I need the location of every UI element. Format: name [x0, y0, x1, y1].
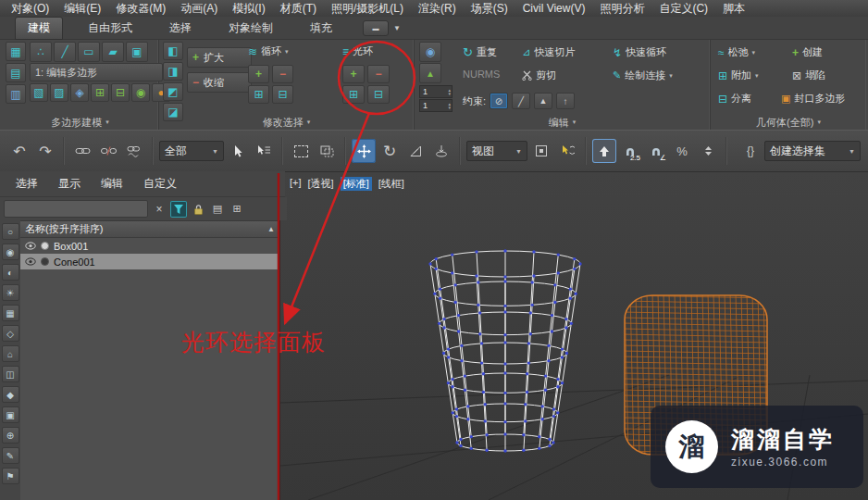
cap-poly-button[interactable]: ▣ 封口多边形 — [781, 92, 845, 106]
relax-button[interactable]: ≈ 松弛 ▾ — [718, 45, 755, 59]
show-cage-icon[interactable]: ⊞ — [91, 83, 109, 102]
undo-button[interactable]: ↶ — [7, 139, 31, 163]
select-and-scale-button[interactable] — [403, 139, 428, 163]
eye-icon[interactable] — [25, 242, 36, 250]
menu-item-animation[interactable]: 动画(A) — [173, 1, 225, 17]
loop-mode-minus-button[interactable]: ⊟ — [272, 85, 293, 104]
quick-slice-button[interactable]: ⊿ 快速切片 — [522, 45, 575, 59]
menu-item-customize[interactable]: 自定义(C) — [651, 1, 715, 17]
element-subobject-button[interactable]: ▣ — [126, 42, 148, 62]
bind-to-space-warp-button[interactable] — [122, 139, 146, 163]
vertex-subobject-button[interactable]: ∴ — [30, 42, 52, 62]
named-selection-sets-dropdown[interactable]: 创建选择集 ▼ — [764, 141, 861, 161]
tessellate-iterations-spinner[interactable]: 1 ▴ ▾ — [419, 99, 453, 112]
constraint-none-button[interactable]: ⊘ — [490, 93, 508, 109]
explorer-filter-icon[interactable]: ⌂ — [2, 345, 19, 362]
columns-button[interactable]: ⊞ — [229, 201, 245, 218]
keyboard-override-toggle[interactable] — [592, 139, 616, 163]
constraint-edge-button[interactable]: ╱ — [512, 93, 530, 109]
soft-selection-icon[interactable]: ◉ — [131, 83, 150, 102]
explorer-filter-icon[interactable]: ▣ — [2, 406, 19, 423]
tweak-icon[interactable]: ◈ — [70, 83, 89, 102]
tab-object-paint[interactable]: 对象绘制 — [217, 18, 285, 39]
loop-mode-plus-button[interactable]: ⊞ — [248, 85, 269, 104]
polygon-subobject-button[interactable]: ▰ — [102, 42, 124, 62]
viewport[interactable]: [+] [透视] [标准] [线框] 溜 溜溜自学 zixue.3066.com — [279, 171, 868, 500]
grow-selection-button[interactable]: + 扩大 — [187, 47, 252, 68]
selection-filter-dropdown[interactable]: 全部 ▼ — [159, 141, 224, 161]
menu-item-lighting-analysis[interactable]: 照明分析 — [592, 1, 651, 17]
explorer-filter-icon[interactable]: ☀ — [2, 284, 19, 301]
scene-object-row-selected[interactable]: Cone001 — [20, 254, 279, 269]
edit-poly-mode-dropdown[interactable]: 1: 编辑多边形 — [30, 63, 163, 81]
swift-loop-button[interactable]: ↯ 快速循环 — [613, 45, 666, 59]
attach-button[interactable]: ⊞ 附加 ▾ — [718, 69, 759, 82]
menu-item-simulate[interactable]: 模拟(I) — [225, 1, 272, 17]
menu-item-modifiers[interactable]: 修改器(M) — [108, 1, 173, 17]
viewport-standard-label[interactable]: [标准] — [341, 177, 372, 191]
detach-button[interactable]: ⊟ 分离 — [718, 92, 751, 106]
edit-named-sets-button[interactable]: {} — [738, 139, 763, 163]
explorer-filter-icon[interactable]: ◫ — [2, 366, 19, 382]
create-button[interactable]: + 创建 — [792, 45, 823, 59]
grow-ring-button[interactable]: + — [342, 65, 365, 83]
use-pivot-center-button[interactable] — [529, 139, 553, 163]
select-and-link-button[interactable] — [70, 139, 94, 163]
nurms-toggle[interactable]: NURMS — [463, 69, 500, 80]
window-crossing-toggle[interactable] — [315, 139, 339, 163]
viewport-pov-label[interactable]: [透视] — [308, 177, 334, 191]
spinner-arrows-icon[interactable]: ▴ ▾ — [448, 88, 451, 95]
repeat-button[interactable]: ↻ 重复 — [463, 45, 497, 59]
select-by-name-button[interactable] — [252, 139, 276, 163]
explorer-menu-customize[interactable]: 自定义 — [133, 174, 187, 194]
convert-to-border-icon[interactable]: ◩ — [163, 82, 183, 101]
angle-snap-toggle[interactable]: ∠ — [644, 139, 668, 163]
select-object-button[interactable] — [226, 139, 250, 163]
select-and-manipulate-button[interactable] — [555, 139, 579, 163]
sort-header[interactable]: 名称(按升序排序) ▲ — [20, 221, 279, 238]
shrink-loop-button[interactable]: − — [272, 65, 293, 83]
pin-stack-icon[interactable]: ▤ — [6, 63, 26, 82]
snaps-toggle-button[interactable]: 2.5 — [618, 139, 642, 163]
search-input[interactable] — [4, 200, 148, 218]
cut-button[interactable]: 剪切 — [522, 69, 556, 82]
paint-connect-button[interactable]: ✎ 绘制连接 ▾ — [613, 69, 673, 82]
shrink-selection-button[interactable]: − 收缩 — [187, 72, 252, 93]
select-and-move-button[interactable] — [352, 139, 376, 163]
explorer-filter-icon[interactable]: ◐ — [2, 264, 19, 281]
menu-item-scripting[interactable]: 脚本 — [715, 1, 752, 17]
tessellate-button[interactable]: ▲ — [419, 63, 441, 83]
spin-down-icon[interactable]: ▾ — [448, 106, 451, 109]
viewport-shading-label[interactable]: [线框] — [378, 177, 404, 191]
rectangular-selection-region-button[interactable] — [289, 139, 313, 163]
explorer-filter-icon[interactable]: ✎ — [2, 447, 19, 464]
lock-button[interactable] — [190, 201, 206, 218]
menu-item-scene[interactable]: 场景(S) — [464, 1, 515, 17]
menu-item-civil-view[interactable]: Civil View(V) — [515, 2, 593, 15]
panel-label-edit[interactable]: 编辑 ▾ — [415, 116, 710, 129]
tab-freeform[interactable]: 自由形式 — [76, 18, 144, 39]
redo-button[interactable]: ↷ — [33, 139, 57, 163]
explorer-menu-edit[interactable]: 编辑 — [91, 174, 133, 194]
convert-to-vertex-icon[interactable]: ◧ — [163, 42, 183, 60]
preserve-uvs-icon[interactable]: ▨ — [50, 83, 68, 102]
spin-down-icon[interactable]: ▾ — [448, 92, 451, 95]
select-and-place-button[interactable] — [429, 139, 453, 163]
constraint-normal-button[interactable]: ↑ — [556, 93, 575, 109]
menu-item-materials[interactable]: 材质(T) — [273, 1, 324, 17]
edit-list-button[interactable]: ▤ — [209, 201, 226, 218]
viewport-menu-label[interactable]: [+] — [290, 177, 302, 191]
explorer-filter-icon[interactable]: ◉ — [2, 244, 19, 260]
modifier-stack-icon[interactable]: ▦ — [6, 42, 26, 61]
ring-group-header[interactable]: ≡ 光环 — [342, 44, 373, 58]
explorer-menu-select[interactable]: 选择 — [6, 174, 48, 194]
panel-label-polygon-modeling[interactable]: 多边形建模 ▾ — [2, 116, 158, 129]
convert-to-edge-icon[interactable]: ◨ — [163, 62, 183, 81]
explorer-filter-icon[interactable]: ⚑ — [2, 468, 19, 484]
select-and-rotate-button[interactable]: ↻ — [378, 139, 402, 163]
explorer-filter-icon[interactable]: ○ — [2, 223, 19, 240]
scene-object-row[interactable]: Box001 — [20, 238, 279, 254]
border-subobject-button[interactable]: ▭ — [78, 42, 100, 62]
tab-populate[interactable]: 填充 — [298, 18, 344, 39]
menu-item-edit[interactable]: 编辑(E) — [56, 1, 108, 17]
